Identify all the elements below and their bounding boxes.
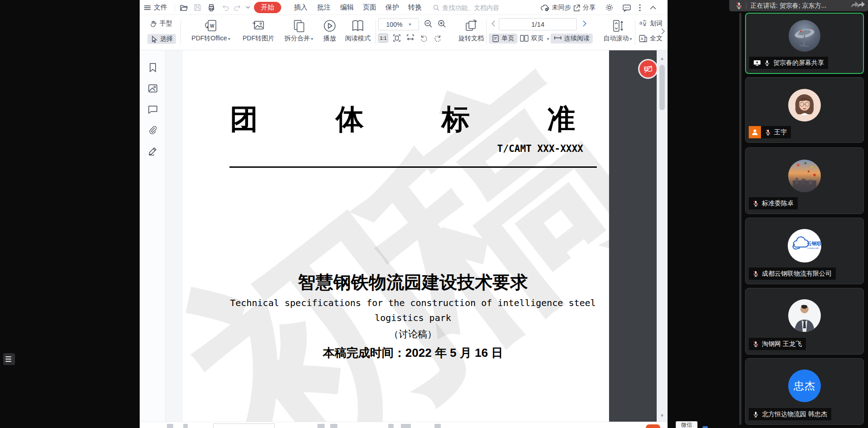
speaking-banner-text: 正在讲话: 贺宗春; 京东方... <box>751 2 826 10</box>
completion-date: 本稿完成时间：2022 年 5 月 16 日 <box>228 345 598 361</box>
statusbar-icon[interactable] <box>317 424 325 428</box>
svg-text:a: a <box>639 20 643 25</box>
screen-share-icon <box>753 60 761 66</box>
tab-comment[interactable]: 批注 <box>317 0 331 15</box>
tab-insert[interactable]: 插入 <box>294 0 307 15</box>
zoom-level-select[interactable]: 100% ▾ <box>378 18 419 30</box>
rotate-right-button[interactable] <box>433 34 443 43</box>
pdf-to-image-button[interactable]: PDF转图片 <box>237 19 280 43</box>
statusbar-icon[interactable] <box>434 424 441 428</box>
scrollbar-thumb[interactable] <box>659 65 665 110</box>
more-options-button[interactable] <box>639 0 641 15</box>
avatar <box>788 89 821 122</box>
participant-tile[interactable]: 淘钢网 王龙飞 <box>745 288 864 355</box>
continuous-read-button[interactable]: 连续阅读 <box>551 34 593 44</box>
scroll-down-arrow[interactable]: ▼ <box>657 413 668 418</box>
zoom-out-button[interactable] <box>424 19 433 29</box>
statusbar-icon[interactable] <box>330 424 337 428</box>
select-tool-button[interactable]: 选择 <box>147 34 176 44</box>
actual-size-button[interactable]: 1:1 <box>378 34 388 43</box>
participant-tile[interactable]: 贺宗春的屏幕共享 <box>745 13 864 74</box>
fit-width-button[interactable] <box>405 34 415 43</box>
rotate-document-button[interactable]: 旋转文档 <box>453 19 490 43</box>
collapse-toolbar-button[interactable] <box>649 0 657 15</box>
hand-tool-button[interactable]: 手型 <box>150 19 172 28</box>
divider <box>635 20 635 45</box>
next-page-button[interactable] <box>581 19 588 28</box>
standard-type-heading: 团体标准 <box>230 100 575 138</box>
fit-page-button[interactable] <box>392 34 402 43</box>
participant-name: 淘钢网 王龙飞 <box>762 340 802 348</box>
banner-window-controls[interactable] <box>848 1 866 11</box>
signature-button[interactable] <box>147 146 158 156</box>
print-button[interactable] <box>207 0 216 15</box>
participant-tile[interactable]: 云钢联 YUNGANGLIAN 成都云钢联物流有限公司 <box>745 218 864 284</box>
banner-mic-muted-icon <box>736 2 742 10</box>
pdf-to-office-button[interactable]: W PDF转Office▾ <box>185 19 237 43</box>
tab-convert[interactable]: 转换 <box>408 0 422 15</box>
single-page-button[interactable]: 单页 <box>489 34 517 44</box>
tab-edit[interactable]: 编辑 <box>340 0 354 15</box>
sync-status-button[interactable]: 未同步 <box>541 0 571 15</box>
taskbar-app-icon-partial[interactable] <box>646 424 660 428</box>
restore-arrow-icon <box>854 1 866 11</box>
bookmarks-button[interactable] <box>147 62 158 73</box>
read-mode-button[interactable]: 阅读模式 <box>341 19 375 43</box>
zoom-in-button[interactable] <box>437 19 447 29</box>
full-text-translate-button[interactable]: a 全文 <box>639 34 663 43</box>
avatar: 忠杰 <box>788 370 821 402</box>
continuous-read-icon <box>554 35 562 42</box>
single-page-icon <box>492 34 499 43</box>
more-commands-button[interactable] <box>245 0 251 15</box>
cloud-unsynced-icon <box>541 4 550 11</box>
statusbar-icon[interactable] <box>388 424 394 428</box>
svg-text:YUNGANGLIAN: YUNGANGLIAN <box>807 248 819 249</box>
vertical-scrollbar[interactable]: ▲ ▼ <box>657 50 668 422</box>
statusbar-icon[interactable] <box>183 424 188 428</box>
thumbnails-button[interactable] <box>147 83 158 94</box>
comment-icon <box>147 104 158 115</box>
undo-button[interactable] <box>221 0 230 15</box>
divider <box>375 20 376 45</box>
scroll-up-arrow[interactable]: ▲ <box>657 56 668 61</box>
double-page-button[interactable]: 双页▾ <box>520 34 549 43</box>
participant-tile[interactable]: 标准委陈卓 <box>745 147 864 214</box>
main-menu-button[interactable]: 文件 <box>143 0 167 15</box>
mic-on-icon <box>753 411 759 418</box>
split-merge-button[interactable]: 拆分合并▾ <box>279 19 318 43</box>
page-indicator[interactable]: 1/14 <box>499 18 577 30</box>
statusbar-icon[interactable] <box>401 424 411 428</box>
tab-protect[interactable]: 保护 <box>385 0 399 15</box>
word-pick-icon: a <box>639 19 648 28</box>
attachments-button[interactable] <box>147 125 158 136</box>
redo-button[interactable] <box>233 0 242 15</box>
prev-page-button[interactable] <box>490 19 497 28</box>
auto-scroll-button[interactable]: 自动滚动▾ <box>600 19 636 43</box>
feedback-button[interactable] <box>622 0 631 15</box>
participant-tile[interactable]: 忠杰 北方恒达物流园 韩忠杰 <box>745 358 864 425</box>
pdf-to-image-icon <box>251 19 266 33</box>
word-pick-translate-button[interactable]: a 划词 <box>639 19 663 28</box>
wechat-taskbar-label[interactable]: 微信 <box>676 421 697 428</box>
save-button[interactable] <box>193 0 202 15</box>
comments-button[interactable] <box>147 104 158 115</box>
participant-list-scrollbar[interactable] <box>739 13 741 425</box>
open-file-button[interactable] <box>179 0 188 15</box>
search-icon <box>433 4 440 11</box>
outline-toggle-button[interactable] <box>3 353 15 365</box>
participant-tile[interactable]: 王宇 <box>745 77 864 143</box>
rotate-left-button[interactable] <box>419 34 429 43</box>
tab-home[interactable]: 开始 <box>254 0 281 15</box>
settings-button[interactable] <box>605 0 614 15</box>
statusbar-icon[interactable] <box>167 424 173 428</box>
statusbar-input[interactable] <box>213 423 275 428</box>
search-box[interactable] <box>433 0 519 15</box>
taskbar-indicator <box>702 426 708 428</box>
input-language-badge[interactable]: E <box>639 60 657 78</box>
search-input[interactable] <box>442 4 519 11</box>
expand-toolbar-button[interactable] <box>660 28 666 35</box>
conference-title-bar[interactable]: 正在讲话: 贺宗春; 京东方... <box>729 0 868 11</box>
tab-page[interactable]: 页面 <box>363 0 376 15</box>
play-button[interactable]: 播放 <box>319 19 340 43</box>
share-button[interactable]: 分享 <box>573 0 595 15</box>
